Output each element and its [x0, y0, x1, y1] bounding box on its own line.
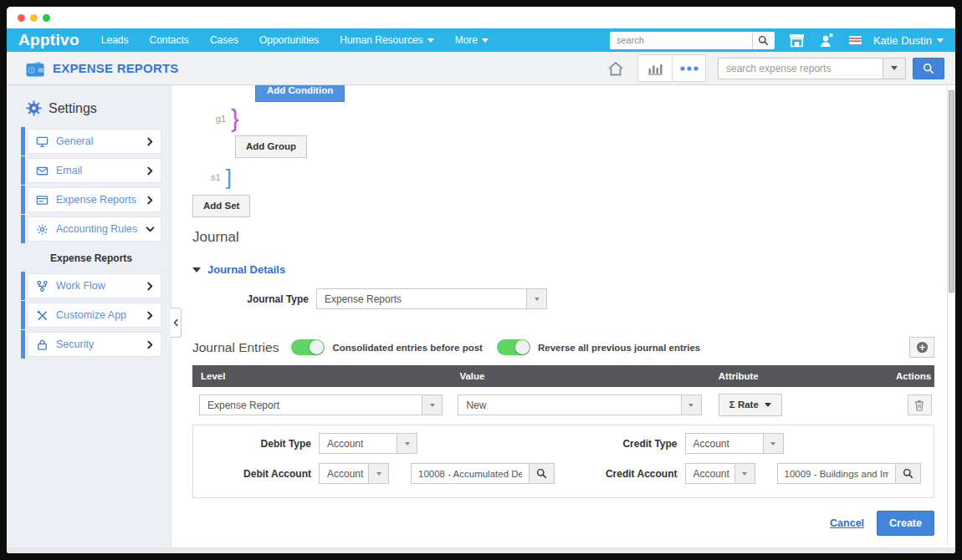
app-store-icon[interactable]: [789, 33, 805, 48]
accent-bar: [21, 330, 25, 359]
gear-icon: [26, 100, 42, 116]
expense-reports-app-icon: [25, 59, 45, 78]
credit-account-input[interactable]: [777, 463, 896, 484]
accent-bar: [21, 272, 25, 300]
close-window-button[interactable]: [18, 14, 25, 22]
credit-account-type-select[interactable]: Account: [685, 463, 755, 484]
sidebar-item-security[interactable]: Security: [21, 332, 161, 357]
plus-circle-icon: [916, 341, 929, 354]
add-set-button[interactable]: Add Set: [192, 195, 250, 217]
bar-chart-icon: [647, 62, 663, 75]
column-attribute: Attribute: [710, 371, 888, 381]
maximize-window-button[interactable]: [43, 14, 50, 22]
column-value: Value: [451, 371, 709, 381]
debit-account-label: Debit Account: [193, 468, 319, 480]
nav-item-leads[interactable]: Leads: [101, 34, 129, 46]
chevron-right-icon: [147, 137, 153, 146]
card-icon: [36, 194, 49, 206]
add-condition-button[interactable]: Add Condition: [255, 85, 345, 102]
debit-type-select[interactable]: Account: [319, 433, 417, 454]
scrollbar-thumb[interactable]: [949, 90, 954, 293]
group-bracket-row: g1 }: [216, 104, 934, 134]
journal-heading: Journal: [192, 229, 934, 246]
flag-icon[interactable]: [849, 36, 862, 44]
nav-item-opportunities[interactable]: Opportunities: [259, 34, 319, 46]
chevron-down-icon: [146, 227, 155, 232]
nav-item-more[interactable]: More: [455, 34, 489, 46]
search-icon: [758, 35, 769, 46]
credit-account-search-button[interactable]: [896, 463, 921, 484]
attribute-dropdown-button[interactable]: Σ Rate: [719, 394, 782, 416]
debit-account-search-button[interactable]: [530, 463, 555, 484]
accent-bar: [21, 186, 25, 214]
search-icon: [923, 63, 934, 74]
group-brace: }: [231, 107, 239, 131]
app-search-button[interactable]: [913, 58, 944, 79]
search-options-button[interactable]: [883, 58, 906, 79]
set-brace: ]: [226, 166, 232, 188]
reverse-entries-toggle[interactable]: [497, 339, 530, 355]
select-arrow-icon: [681, 395, 701, 415]
user-notifications-icon[interactable]: [819, 33, 835, 48]
group-id: g1: [216, 114, 226, 124]
nav-item-human-resources[interactable]: Human Resources: [340, 34, 433, 46]
sidebar-item-email[interactable]: Email: [21, 158, 161, 183]
journal-type-label: Journal Type: [192, 293, 316, 305]
user-name: Katie Dustin: [873, 34, 932, 47]
sidebar-item-general[interactable]: General: [21, 129, 161, 154]
chevron-left-icon: [173, 318, 178, 327]
delete-row-button[interactable]: [908, 395, 932, 415]
credit-type-select[interactable]: Account: [685, 433, 784, 454]
search-icon: [903, 468, 913, 479]
global-search-button[interactable]: [752, 32, 775, 49]
chevron-right-icon: [147, 340, 153, 349]
sidebar-item-customize-app[interactable]: Customize App: [21, 303, 161, 328]
debit-account-type-select[interactable]: Account: [319, 463, 389, 484]
credit-account-label: Credit Account: [564, 468, 685, 480]
settings-sidebar: Settings General Email: [7, 85, 171, 547]
sidebar-header: Settings: [26, 100, 171, 116]
debit-account-input[interactable]: [411, 463, 530, 484]
chevron-right-icon: [147, 311, 153, 320]
minimize-window-button[interactable]: [30, 14, 38, 22]
value-select[interactable]: New: [458, 395, 701, 415]
caret-down-icon: [482, 38, 489, 43]
add-journal-entry-button[interactable]: [909, 337, 934, 358]
reverse-entries-label: Reverse all previous journal entries: [538, 343, 700, 353]
nav-item-cases[interactable]: Cases: [210, 34, 238, 46]
chevron-right-icon: [147, 196, 153, 205]
caret-down-icon: [765, 403, 771, 407]
journal-type-select[interactable]: Expense Reports: [316, 288, 547, 309]
apptivo-logo[interactable]: Apptivo: [18, 31, 79, 49]
journal-entries-table: Level Value Attribute Actions Expense Re…: [192, 365, 934, 498]
app-search-input[interactable]: [718, 58, 883, 79]
select-arrow-icon: [526, 289, 546, 308]
more-options-button[interactable]: [672, 55, 705, 81]
sidebar-item-accounting-rules[interactable]: Accounting Rules: [21, 216, 161, 242]
chevron-right-icon: [147, 166, 153, 176]
home-button[interactable]: [599, 55, 632, 81]
nav-item-contacts[interactable]: Contacts: [150, 34, 189, 46]
global-search-input[interactable]: [610, 32, 752, 49]
title-bar: [7, 7, 955, 28]
envelope-icon: [36, 165, 49, 177]
journal-details-toggle[interactable]: Journal Details: [192, 263, 934, 276]
consolidated-entries-toggle[interactable]: [291, 339, 325, 355]
monitor-icon: [36, 135, 49, 148]
user-menu[interactable]: Katie Dustin: [873, 34, 944, 47]
journal-details-heading: Journal Details: [207, 263, 285, 276]
window-bottom-edge: [7, 547, 955, 553]
reports-button[interactable]: [638, 55, 672, 81]
select-arrow-icon: [734, 464, 755, 483]
level-select[interactable]: Expense Report: [199, 395, 443, 415]
sidebar-item-expense-reports[interactable]: Expense Reports: [21, 187, 161, 212]
create-button[interactable]: Create: [877, 511, 934, 536]
add-group-button[interactable]: Add Group: [235, 135, 307, 158]
sidebar-item-work-flow[interactable]: Work Flow: [21, 273, 161, 298]
sidebar-collapse-handle[interactable]: [171, 308, 182, 338]
accent-bar: [21, 301, 25, 329]
chevron-down-icon: [891, 66, 898, 70]
sidebar-title: Settings: [49, 101, 97, 116]
cancel-link[interactable]: Cancel: [830, 517, 864, 529]
trash-icon: [914, 400, 924, 411]
